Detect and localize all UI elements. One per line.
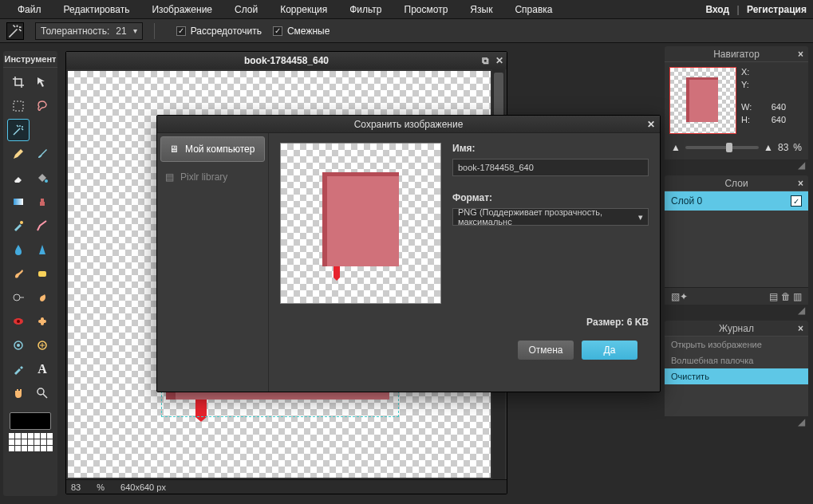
draw-tool-icon[interactable]	[31, 215, 53, 237]
sidebar-item-library[interactable]: ▤ Pixlr library	[157, 165, 268, 189]
login-link[interactable]: Вход	[705, 4, 729, 15]
resize-grip-icon[interactable]: ◢	[665, 159, 808, 171]
layer-new-icon[interactable]: ▧✦	[671, 291, 688, 302]
menu-image[interactable]: Изображение	[140, 4, 223, 15]
menu-help[interactable]: Справка	[503, 4, 563, 15]
close-icon[interactable]: ×	[798, 49, 803, 60]
close-icon[interactable]: ✕	[495, 55, 503, 66]
lasso-tool-icon[interactable]	[31, 95, 53, 117]
marquee-tool-icon[interactable]	[7, 95, 30, 117]
dialog-titlebar[interactable]: Сохранить изображение ✕	[157, 116, 660, 133]
menu-view[interactable]: Просмотр	[393, 4, 460, 15]
wand-tool-icon[interactable]	[7, 119, 30, 141]
sidebar-item-computer[interactable]: 🖥 Мой компьютер	[160, 136, 265, 162]
move-tool-icon[interactable]	[31, 71, 53, 93]
menu-filter[interactable]: Фильтр	[338, 4, 393, 15]
menu-lang[interactable]: Язык	[459, 4, 503, 15]
sponge-tool-icon[interactable]	[31, 262, 53, 285]
resize-grip-icon[interactable]: ◢	[665, 305, 808, 316]
close-icon[interactable]: ×	[798, 323, 803, 334]
checkmark-icon: ✓	[273, 26, 282, 36]
zoom-tool-icon[interactable]	[31, 382, 53, 404]
navigator-title: Навигатор	[713, 49, 760, 60]
layer-tools-icons[interactable]: ▤ 🗑 ▥	[769, 291, 802, 302]
history-item[interactable]: Очистить	[665, 368, 808, 384]
type-tool-icon[interactable]: A	[31, 358, 53, 380]
chevron-down-icon: ▾	[133, 26, 137, 35]
menu-edit[interactable]: Редактировать	[53, 4, 141, 15]
bucket-tool-icon[interactable]	[31, 167, 53, 189]
layers-panel: Слои × Слой 0 ✓ ▧✦ ▤ 🗑 ▥ ◢	[665, 175, 808, 316]
document-statusbar: 83 % 640x640 px	[66, 479, 507, 494]
close-icon[interactable]: ×	[798, 178, 803, 189]
antialias-checkbox[interactable]: ✓ Рассредоточить	[176, 26, 262, 37]
nav-x-label: X:	[741, 67, 749, 77]
svg-rect-3	[40, 202, 45, 206]
filesize-label: Размер: 6 KB	[280, 317, 649, 328]
burn-tool-icon[interactable]	[31, 286, 53, 309]
checkmark-icon: ✓	[176, 26, 186, 36]
brush-tool-icon[interactable]	[31, 143, 53, 165]
hand-tool-icon[interactable]	[7, 382, 30, 404]
nav-w-value: 640	[772, 102, 786, 112]
close-icon[interactable]: ✕	[647, 119, 655, 130]
gradient-tool-icon[interactable]	[7, 191, 30, 213]
palette-grid[interactable]	[9, 433, 53, 451]
svg-point-7	[14, 294, 20, 301]
clone-tool-icon[interactable]	[31, 191, 53, 213]
resize-grip-icon[interactable]: ◢	[665, 416, 808, 427]
pencil-tool-icon[interactable]	[7, 143, 30, 165]
history-item[interactable]: Открыть изображение	[665, 337, 808, 352]
canvas-dimensions: 640x640 px	[120, 482, 166, 492]
svg-rect-2	[14, 199, 23, 205]
layer-row[interactable]: Слой 0 ✓	[665, 191, 808, 211]
format-select[interactable]: PNG (Поддерживает прозрачность, максимал…	[452, 208, 649, 226]
layer-name: Слой 0	[671, 195, 702, 207]
register-link[interactable]: Регистрация	[747, 4, 807, 15]
picker-tool-icon[interactable]	[7, 358, 30, 380]
zoom-slider[interactable]	[685, 146, 759, 149]
crop-tool-icon[interactable]	[7, 71, 30, 93]
zoom-out-icon[interactable]: ▲	[671, 142, 681, 153]
menu-file[interactable]: Файл	[6, 4, 53, 15]
toolbox-panel: Инструмент A	[3, 51, 57, 496]
nav-y-label: Y:	[741, 80, 749, 89]
svg-point-9	[17, 320, 20, 323]
zoom-in-icon[interactable]: ▲	[764, 142, 773, 153]
ok-button[interactable]: Да	[582, 341, 637, 360]
visibility-checkbox[interactable]: ✓	[791, 195, 802, 207]
filename-input[interactable]	[452, 159, 649, 176]
auth-links: Вход | Регистрация	[705, 4, 807, 15]
blur-tool-icon[interactable]	[7, 238, 30, 261]
replace-color-icon[interactable]	[7, 215, 30, 237]
navigator-thumbnail[interactable]	[669, 67, 736, 134]
tolerance-control[interactable]: Толерантность: 21 ▾	[35, 22, 143, 40]
nav-w-label: W:	[741, 102, 752, 112]
maximize-icon[interactable]: ⧉	[482, 55, 489, 66]
spot-heal-icon[interactable]	[31, 310, 53, 333]
document-titlebar[interactable]: book-1784458_640 ⧉ ✕	[66, 52, 507, 69]
pinch-tool-icon[interactable]	[31, 334, 53, 356]
nav-h-label: H:	[741, 115, 750, 124]
sharpen-tool-icon[interactable]	[31, 238, 53, 261]
history-item[interactable]: Волшебная палочка	[665, 352, 808, 368]
color-swatches[interactable]	[10, 412, 51, 430]
empty-slot	[31, 119, 53, 141]
dialog-title: Сохранить изображение	[354, 119, 464, 130]
contiguous-checkbox[interactable]: ✓ Смежные	[273, 26, 330, 37]
eraser-tool-icon[interactable]	[7, 167, 30, 189]
cancel-button[interactable]: Отмена	[518, 341, 574, 360]
bloat-tool-icon[interactable]	[7, 334, 30, 356]
menu-bar: Файл Редактировать Изображение Слой Корр…	[0, 0, 813, 19]
menu-adjust[interactable]: Коррекция	[269, 4, 338, 15]
menu-layer[interactable]: Слой	[223, 4, 269, 15]
save-dialog: Сохранить изображение ✕ 🖥 Мой компьютер …	[156, 115, 661, 392]
redeye-tool-icon[interactable]	[7, 310, 30, 333]
chevron-down-icon: ▾	[638, 212, 643, 222]
toolbox-title: Инструмент	[3, 51, 57, 68]
smudge-tool-icon[interactable]	[7, 262, 30, 285]
navigator-zoom: ▲ ▲ 83 %	[665, 139, 808, 159]
dodge-tool-icon[interactable]	[7, 286, 30, 309]
svg-rect-0	[14, 101, 23, 111]
document-title: book-1784458_640	[244, 55, 329, 66]
